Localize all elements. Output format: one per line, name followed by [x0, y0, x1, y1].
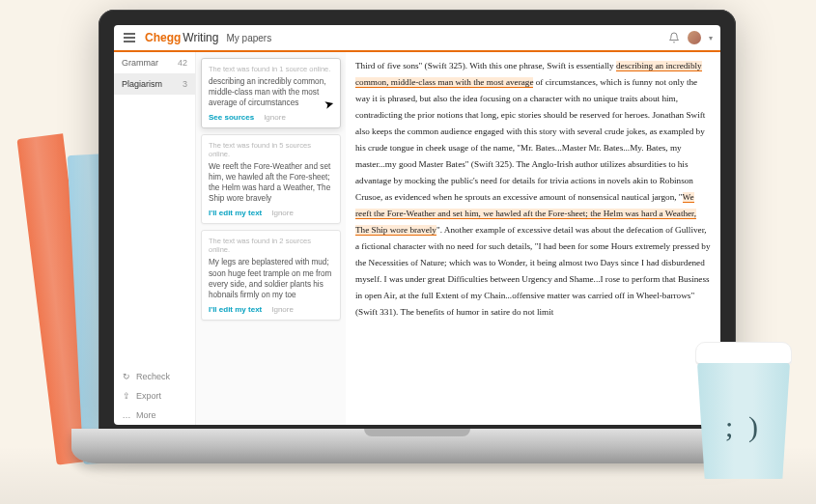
sidebar-item-label: Grammar	[122, 58, 158, 68]
more-button[interactable]: … More	[114, 406, 195, 425]
breadcrumb[interactable]: My papers	[226, 33, 271, 43]
ignore-button[interactable]: Ignore	[271, 305, 294, 314]
edit-text-button[interactable]: I'll edit my text	[209, 305, 262, 314]
export-button[interactable]: ⇪ Export	[114, 386, 195, 406]
cup-face: ; )	[725, 410, 762, 443]
refresh-icon: ↻	[122, 372, 131, 381]
chevron-down-icon[interactable]: ▾	[709, 34, 713, 42]
brand-logo[interactable]: CheggWriting	[145, 31, 218, 44]
recheck-button[interactable]: ↻ Recheck	[114, 367, 195, 386]
cursor-icon: ➤	[323, 97, 335, 112]
bell-icon[interactable]	[668, 32, 680, 43]
laptop-frame: CheggWriting My papers ▾ Grammar 42 Plag…	[98, 10, 736, 463]
issue-card[interactable]: The text was found in 1 source online. d…	[201, 58, 341, 128]
issue-cards-panel: The text was found in 1 source online. d…	[196, 52, 346, 425]
export-icon: ⇪	[122, 391, 131, 401]
sidebar: Grammar 42 Plagiarism 3 ↻ Recheck ⇪ Exp	[114, 52, 196, 425]
brand-main: Chegg	[145, 31, 181, 44]
issue-card[interactable]: The text was found in 2 sources online. …	[201, 230, 341, 320]
app-screen: CheggWriting My papers ▾ Grammar 42 Plag…	[114, 25, 720, 425]
sidebar-item-label: Plagiarism	[122, 79, 162, 89]
edit-text-button[interactable]: I'll edit my text	[209, 209, 262, 217]
see-sources-button[interactable]: See sources	[209, 113, 254, 122]
ignore-button[interactable]: Ignore	[264, 113, 286, 122]
more-icon: …	[122, 410, 131, 420]
avatar[interactable]	[688, 31, 701, 44]
action-label: Export	[136, 391, 161, 401]
card-source-note: The text was found in 1 source online.	[209, 65, 333, 73]
sidebar-item-grammar[interactable]: Grammar 42	[114, 52, 195, 73]
card-excerpt: describing an incredibly common, middle-…	[209, 76, 333, 108]
sidebar-item-count: 42	[178, 58, 187, 68]
card-excerpt: My legs are beplastered with mud; soon h…	[209, 257, 333, 299]
sidebar-item-count: 3	[183, 79, 187, 89]
ignore-button[interactable]: Ignore	[271, 209, 294, 217]
doc-text: ". Another example of excessive detail w…	[355, 225, 711, 317]
topbar: CheggWriting My papers ▾	[114, 25, 720, 52]
decor-coffee-cup: ; )	[690, 342, 797, 487]
issue-card[interactable]: The text was found in 5 sources online. …	[201, 134, 341, 224]
doc-text: of circumstances, which is funny not onl…	[355, 77, 705, 202]
brand-sub: Writing	[183, 31, 218, 44]
card-excerpt: We reeft the Fore-Weather and set him, w…	[209, 161, 333, 204]
doc-text: Third of five sons" (Swift 325). With th…	[355, 61, 616, 70]
card-source-note: The text was found in 2 sources online.	[209, 237, 333, 254]
action-label: Recheck	[136, 372, 170, 381]
card-source-note: The text was found in 5 sources online.	[209, 141, 333, 158]
sidebar-item-plagiarism[interactable]: Plagiarism 3	[114, 73, 195, 95]
document-content[interactable]: Third of five sons" (Swift 325). With th…	[346, 52, 720, 425]
action-label: More	[136, 410, 156, 420]
menu-icon[interactable]	[122, 31, 137, 44]
